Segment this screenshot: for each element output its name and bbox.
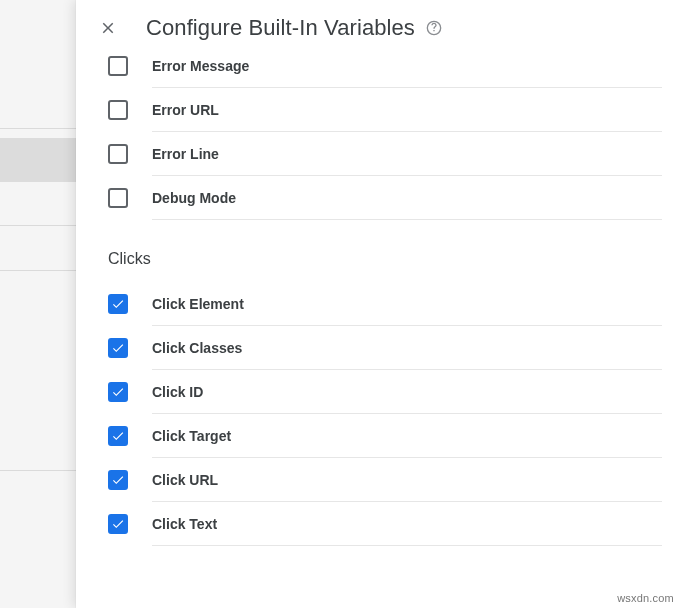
variable-label: Click ID — [152, 384, 203, 400]
help-icon — [426, 20, 442, 36]
row-label-wrap: Click Text — [152, 515, 662, 546]
close-icon — [99, 19, 117, 37]
variable-label: Click Target — [152, 428, 231, 444]
checkbox[interactable] — [108, 56, 128, 76]
check-icon — [111, 473, 125, 487]
variable-label: Error Message — [152, 58, 249, 74]
section-title: Clicks — [108, 250, 662, 268]
check-icon — [111, 517, 125, 531]
checkbox[interactable] — [108, 100, 128, 120]
checkbox[interactable] — [108, 382, 128, 402]
close-button[interactable] — [94, 14, 122, 42]
variable-label: Click Text — [152, 516, 217, 532]
variable-row[interactable]: Click Element — [102, 282, 662, 326]
variable-row[interactable]: Click Target — [102, 414, 662, 458]
check-icon — [111, 429, 125, 443]
watermark: wsxdn.com — [617, 592, 674, 604]
variable-row[interactable]: Error Line — [102, 132, 662, 176]
variable-label: Click Element — [152, 296, 244, 312]
row-label-wrap: Debug Mode — [152, 189, 662, 220]
variable-label: Click URL — [152, 472, 218, 488]
row-label-wrap: Error Message — [152, 57, 662, 88]
help-button[interactable] — [425, 19, 443, 37]
variable-row[interactable]: Click ID — [102, 370, 662, 414]
checkbox[interactable] — [108, 426, 128, 446]
variable-row[interactable]: Click URL — [102, 458, 662, 502]
checkbox[interactable] — [108, 294, 128, 314]
row-label-wrap: Click ID — [152, 383, 662, 414]
variable-label: Debug Mode — [152, 190, 236, 206]
panel-title: Configure Built-In Variables — [146, 15, 443, 41]
variable-label: Click Classes — [152, 340, 242, 356]
variable-label: Error URL — [152, 102, 219, 118]
row-label-wrap: Click Element — [152, 295, 662, 326]
variable-row[interactable]: Error URL — [102, 88, 662, 132]
variable-row[interactable]: Error Message — [102, 56, 662, 88]
row-label-wrap: Click URL — [152, 471, 662, 502]
row-label-wrap: Click Classes — [152, 339, 662, 370]
checkbox[interactable] — [108, 144, 128, 164]
check-icon — [111, 341, 125, 355]
config-panel: Configure Built-In Variables Error Messa… — [76, 0, 680, 608]
variable-row[interactable]: Click Text — [102, 502, 662, 546]
panel-body: Error Message Error URL Error Line — [76, 56, 680, 566]
variable-label: Error Line — [152, 146, 219, 162]
checkbox[interactable] — [108, 188, 128, 208]
row-label-wrap: Error URL — [152, 101, 662, 132]
checkbox[interactable] — [108, 338, 128, 358]
checkbox[interactable] — [108, 470, 128, 490]
panel-header: Configure Built-In Variables — [76, 0, 680, 56]
variable-row[interactable]: Debug Mode — [102, 176, 662, 220]
check-icon — [111, 385, 125, 399]
checkbox[interactable] — [108, 514, 128, 534]
variable-row[interactable]: Click Classes — [102, 326, 662, 370]
check-icon — [111, 297, 125, 311]
row-label-wrap: Error Line — [152, 145, 662, 176]
row-label-wrap: Click Target — [152, 427, 662, 458]
panel-title-text: Configure Built-In Variables — [146, 15, 415, 41]
